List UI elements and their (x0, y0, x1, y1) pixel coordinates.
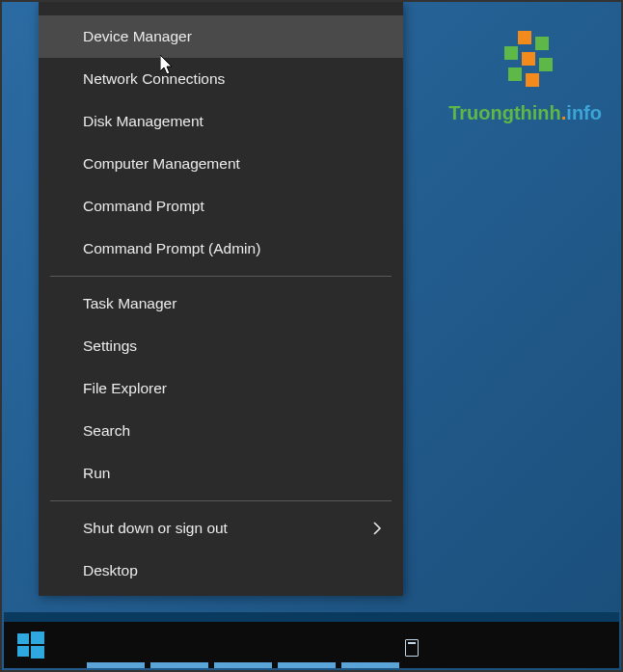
svg-rect-5 (508, 67, 522, 81)
taskbar-app-stub[interactable] (87, 662, 145, 668)
menu-item-label: Run (83, 465, 110, 482)
svg-rect-1 (535, 37, 549, 50)
menu-separator (50, 276, 392, 277)
watermark-part4: info (566, 102, 602, 123)
menu-item-desktop[interactable]: Desktop (39, 550, 403, 592)
taskbar (4, 622, 619, 668)
taskbar-app-stub[interactable] (341, 662, 399, 668)
menu-item-shutdown-signout[interactable]: Shut down or sign out (39, 507, 403, 550)
svg-rect-2 (504, 46, 518, 60)
watermark-part1: Truong (448, 102, 514, 123)
menu-item-label: Task Manager (83, 295, 176, 312)
svg-rect-0 (518, 31, 531, 44)
menu-item-label: Desktop (83, 562, 138, 579)
menu-item-computer-management[interactable]: Computer Management (39, 143, 403, 185)
svg-rect-7 (17, 633, 29, 644)
watermark-text: Truongthinh.info (448, 102, 602, 124)
menu-item-command-prompt-admin[interactable]: Command Prompt (Admin) (39, 228, 403, 270)
menu-item-label: Network Connections (83, 70, 225, 88)
watermark-logo-icon (495, 31, 556, 91)
site-watermark: Truongthinh.info (448, 31, 602, 124)
menu-item-settings[interactable]: Settings (39, 325, 403, 367)
menu-item-label: Search (83, 422, 130, 440)
menu-item-run[interactable]: Run (39, 452, 403, 495)
menu-item-label: Settings (83, 337, 137, 355)
menu-item-label: Computer Management (83, 155, 240, 173)
taskbar-app-stub[interactable] (150, 662, 208, 668)
taskbar-pinned-apps (87, 662, 399, 668)
winx-context-menu: System Device Manager Network Connection… (39, 2, 403, 596)
taskbar-document-icon[interactable] (405, 639, 419, 657)
start-button[interactable] (17, 632, 44, 659)
chevron-right-icon (370, 522, 384, 535)
menu-item-device-manager[interactable]: Device Manager (39, 15, 403, 58)
menu-item-command-prompt[interactable]: Command Prompt (39, 185, 403, 228)
svg-rect-10 (31, 646, 44, 659)
menu-item-label: Disk Management (83, 113, 203, 130)
menu-item-file-explorer[interactable]: File Explorer (39, 367, 403, 410)
menu-item-task-manager[interactable]: Task Manager (39, 282, 403, 325)
svg-rect-8 (31, 632, 44, 644)
desktop-background: Truongthinh.info System Device Manager N… (2, 2, 621, 670)
menu-item-search[interactable]: Search (39, 410, 403, 452)
menu-item-label: Shut down or sign out (83, 520, 228, 537)
menu-item-label: File Explorer (83, 380, 167, 397)
menu-item-system[interactable]: System (39, 2, 403, 15)
menu-item-disk-management[interactable]: Disk Management (39, 100, 403, 143)
svg-rect-6 (526, 73, 539, 87)
menu-separator (50, 500, 392, 501)
menu-item-network-connections[interactable]: Network Connections (39, 58, 403, 100)
menu-item-label: Command Prompt (Admin) (83, 240, 260, 257)
taskbar-app-stub[interactable] (214, 662, 272, 668)
svg-rect-4 (539, 58, 553, 71)
menu-item-label: Device Manager (83, 28, 192, 45)
svg-rect-9 (17, 646, 29, 657)
menu-item-label: Command Prompt (83, 198, 204, 215)
taskbar-app-stub[interactable] (278, 662, 336, 668)
watermark-part2: thinh (514, 102, 561, 123)
svg-rect-3 (522, 52, 535, 66)
